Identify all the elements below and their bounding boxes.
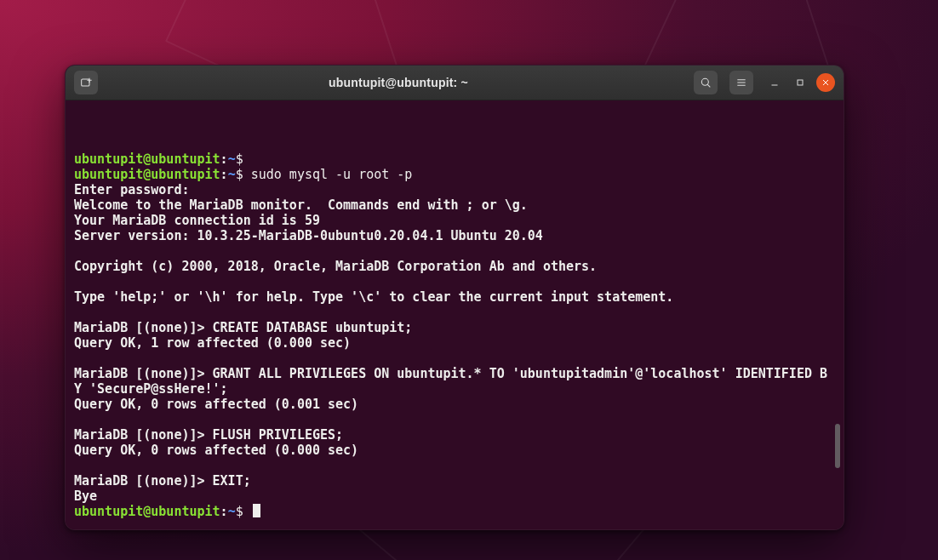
output-text: Enter password: [74,182,189,197]
svg-line-4 [707,84,710,87]
prompt-at: @ [143,167,151,182]
terminal-line: Your MariaDB connection id is 59 [74,213,835,228]
output-text: Bye [74,489,97,504]
terminal-line: MariaDB [(none)]> GRANT ALL PRIVILEGES O… [74,366,835,397]
prompt-host: ubuntupit [151,167,220,182]
svg-rect-9 [798,80,803,85]
terminal-line [74,351,835,366]
terminal-line: Query OK, 0 rows affected (0.001 sec) [74,397,835,412]
terminal-line: ubuntupit@ubuntupit:~$ [74,151,835,167]
output-text: MariaDB [(none)]> GRANT ALL PRIVILEGES O… [74,366,827,397]
terminal-line: Type 'help;' or '\h' for help. Type '\c'… [74,289,835,305]
svg-point-3 [701,78,708,85]
terminal-line: Welcome to the MariaDB monitor. Commands… [74,197,835,213]
output-text: Welcome to the MariaDB monitor. Commands… [74,197,528,213]
output-text: MariaDB [(none)]> CREATE DATABASE ubuntu… [74,320,412,335]
output-text: MariaDB [(none)]> FLUSH PRIVILEGES; [74,427,343,443]
terminal-line: Server version: 10.3.25-MariaDB-0ubuntu0… [74,228,835,243]
output-text: Copyright (c) 2000, 2018, Oracle, MariaD… [74,259,597,274]
window-titlebar[interactable]: ubuntupit@ubuntupit: ~ [66,66,844,100]
output-text: Query OK, 0 rows affected (0.000 sec) [74,443,358,458]
terminal-line: Query OK, 1 row affected (0.000 sec) [74,335,835,351]
output-text: Query OK, 0 rows affected (0.001 sec) [74,397,358,412]
terminal-line: Bye [74,489,835,504]
terminal-line [74,274,835,289]
terminal-line: MariaDB [(none)]> EXIT; [74,473,835,489]
command-text: sudo mysql -u root -p [251,167,413,182]
prompt-at: @ [143,151,151,167]
prompt-sigil: $ [236,167,251,182]
terminal-line: MariaDB [(none)]> FLUSH PRIVILEGES; [74,427,835,443]
terminal-window: ubuntupit@ubuntupit: ~ ubuntupit@ubuntup… [65,65,844,530]
search-button[interactable] [694,71,718,94]
prompt-host: ubuntupit [151,504,220,519]
terminal-line: ubuntupit@ubuntupit:~$ sudo mysql -u roo… [74,167,835,182]
prompt-sep: : [220,504,228,519]
prompt-path: ~ [228,504,236,519]
prompt-user: ubuntupit [74,504,143,519]
prompt-sigil: $ [236,504,251,519]
terminal-line: Query OK, 0 rows affected (0.000 sec) [74,443,835,458]
terminal-line [74,305,835,320]
prompt-sep: : [220,167,228,182]
prompt-sigil: $ [236,151,251,167]
output-text: Server version: 10.3.25-MariaDB-0ubuntu0… [74,228,543,243]
scrollbar-thumb[interactable] [835,424,840,468]
output-text: Query OK, 1 row affected (0.000 sec) [74,335,351,351]
terminal-body[interactable]: ubuntupit@ubuntupit:~$ ubuntupit@ubuntup… [66,100,844,529]
window-title: ubuntupit@ubuntupit: ~ [329,76,468,89]
prompt-path: ~ [228,167,236,182]
terminal-line [74,412,835,427]
output-text: Type 'help;' or '\h' for help. Type '\c'… [74,289,673,305]
hamburger-menu-button[interactable] [729,71,753,94]
prompt-host: ubuntupit [151,151,220,167]
terminal-line: MariaDB [(none)]> CREATE DATABASE ubuntu… [74,320,835,335]
terminal-line: ubuntupit@ubuntupit:~$ [74,504,835,519]
prompt-at: @ [143,504,151,519]
prompt-user: ubuntupit [74,151,143,167]
prompt-path: ~ [228,151,236,167]
prompt-sep: : [220,151,228,167]
terminal-line: Enter password: [74,182,835,197]
output-text: MariaDB [(none)]> EXIT; [74,473,251,489]
terminal-cursor [253,504,260,517]
terminal-line [74,243,835,259]
window-minimize-button[interactable] [765,73,784,92]
output-text: Your MariaDB connection id is 59 [74,213,320,228]
terminal-line [74,458,835,473]
window-maximize-button[interactable] [791,73,809,92]
window-close-button[interactable] [816,73,835,92]
terminal-line: Copyright (c) 2000, 2018, Oracle, MariaD… [74,259,835,274]
prompt-user: ubuntupit [74,167,143,182]
new-tab-button[interactable] [74,71,98,94]
